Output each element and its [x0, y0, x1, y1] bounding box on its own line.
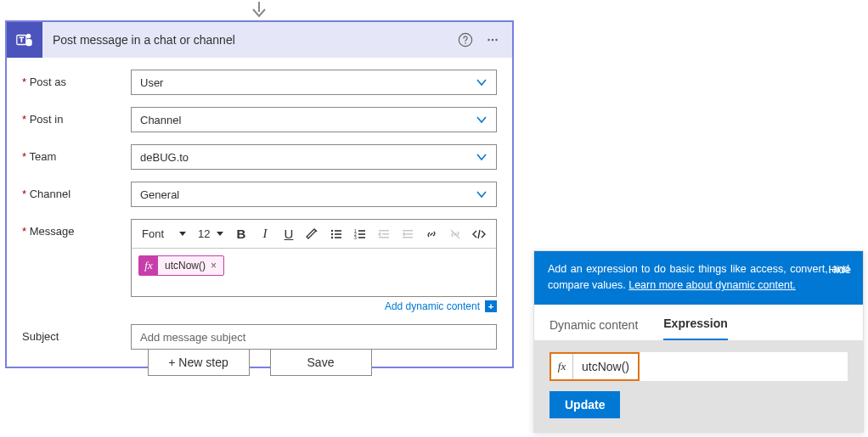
- new-step-button[interactable]: + New step: [148, 349, 250, 376]
- rte-size-select[interactable]: 12: [193, 224, 228, 244]
- label-post-in: Post in: [22, 107, 131, 126]
- card-header[interactable]: Post message in a chat or channel: [7, 22, 512, 58]
- svg-rect-24: [406, 233, 413, 235]
- label-subject: Subject: [22, 324, 131, 343]
- token-remove-icon[interactable]: ×: [211, 260, 223, 272]
- add-dynamic-content-link[interactable]: Add dynamic content +: [131, 300, 497, 312]
- dropdown-team[interactable]: deBUG.to: [131, 144, 497, 170]
- rte-link-button[interactable]: [420, 224, 442, 244]
- flow-arrow-icon: [249, 0, 269, 22]
- rich-text-editor: Font 12 B I U: [131, 219, 497, 297]
- rte-underline-button[interactable]: U: [278, 224, 300, 244]
- dropdown-channel[interactable]: General: [131, 182, 497, 207]
- rte-indent-button: [397, 224, 419, 244]
- dropdown-value: General: [140, 188, 179, 201]
- chevron-down-icon: [476, 188, 488, 200]
- dropdown-value: User: [140, 76, 163, 89]
- label-message: Message: [22, 219, 131, 238]
- svg-point-6: [492, 39, 494, 42]
- subject-input[interactable]: Add message subject: [131, 324, 497, 350]
- svg-point-10: [331, 233, 333, 234]
- subject-placeholder: Add message subject: [140, 331, 245, 344]
- dropdown-value: deBUG.to: [140, 151, 189, 164]
- svg-rect-9: [335, 230, 341, 232]
- svg-text:3: 3: [354, 235, 357, 240]
- chevron-down-icon: [476, 76, 488, 88]
- svg-rect-17: [358, 233, 365, 235]
- rte-size-label: 12: [198, 227, 213, 240]
- action-card: Post message in a chat or channel Post a…: [5, 20, 514, 368]
- svg-rect-11: [335, 233, 341, 235]
- rte-numbered-button[interactable]: 123: [349, 224, 371, 244]
- svg-point-5: [488, 39, 490, 42]
- token-text: utcNow(): [158, 260, 211, 272]
- teams-icon: [7, 22, 42, 58]
- label-team: Team: [22, 144, 131, 163]
- svg-rect-22: [379, 237, 389, 238]
- plus-icon: +: [485, 300, 497, 312]
- update-button[interactable]: Update: [550, 391, 620, 418]
- rte-font-label: Font: [142, 227, 176, 240]
- svg-point-8: [331, 229, 333, 231]
- svg-rect-19: [358, 237, 365, 238]
- fx-icon: fx: [551, 354, 573, 379]
- svg-point-12: [331, 236, 333, 238]
- learn-more-link[interactable]: Learn more about dynamic content.: [628, 279, 796, 291]
- dropdown-value: Channel: [140, 114, 181, 126]
- svg-rect-20: [379, 230, 389, 232]
- help-icon[interactable]: [458, 32, 473, 48]
- card-title: Post message in a chat or channel: [42, 33, 458, 47]
- svg-point-0: [26, 34, 31, 39]
- rte-font-select[interactable]: Font: [137, 224, 191, 244]
- rte-outdent-button: [373, 224, 395, 244]
- tab-dynamic-content[interactable]: Dynamic content: [550, 318, 638, 340]
- dropdown-post-in[interactable]: Channel: [131, 107, 497, 132]
- dyn-link-label: Add dynamic content: [385, 300, 480, 312]
- chevron-down-icon: [476, 151, 488, 163]
- rte-highlight-button[interactable]: [302, 224, 324, 244]
- expression-value: utcNow(): [573, 360, 638, 373]
- svg-rect-1: [25, 39, 31, 46]
- rte-code-button[interactable]: [468, 224, 490, 244]
- svg-rect-15: [358, 230, 365, 232]
- expression-panel: Add an expression to do basic things lik…: [533, 250, 864, 433]
- expression-tabs: Dynamic content Expression: [534, 305, 863, 340]
- rte-content[interactable]: fx utcNow() ×: [132, 249, 496, 296]
- expression-token[interactable]: fx utcNow() ×: [138, 255, 224, 276]
- dropdown-post-as[interactable]: User: [131, 70, 497, 95]
- fx-icon: fx: [139, 255, 158, 276]
- rte-unlink-button: [444, 224, 466, 244]
- caret-down-icon: [179, 232, 186, 236]
- svg-rect-23: [403, 230, 413, 232]
- expression-hint: Add an expression to do basic things lik…: [534, 251, 863, 305]
- label-post-as: Post as: [22, 70, 131, 88]
- rte-bold-button[interactable]: B: [230, 224, 252, 244]
- chevron-down-icon: [476, 114, 488, 126]
- hide-button[interactable]: Hide: [828, 261, 851, 278]
- svg-rect-25: [403, 237, 413, 238]
- label-channel: Channel: [22, 182, 131, 200]
- svg-rect-13: [335, 237, 341, 238]
- rte-italic-button[interactable]: I: [254, 224, 276, 244]
- svg-point-7: [495, 39, 498, 42]
- svg-rect-21: [382, 233, 389, 235]
- caret-down-icon: [217, 232, 223, 236]
- svg-point-4: [465, 42, 466, 44]
- save-button[interactable]: Save: [270, 349, 372, 376]
- rte-bullets-button[interactable]: [325, 224, 347, 244]
- more-icon[interactable]: [485, 32, 500, 48]
- expression-input[interactable]: fx utcNow(): [550, 352, 848, 381]
- rte-toolbar: Font 12 B I U: [132, 220, 496, 249]
- tab-expression[interactable]: Expression: [663, 317, 727, 340]
